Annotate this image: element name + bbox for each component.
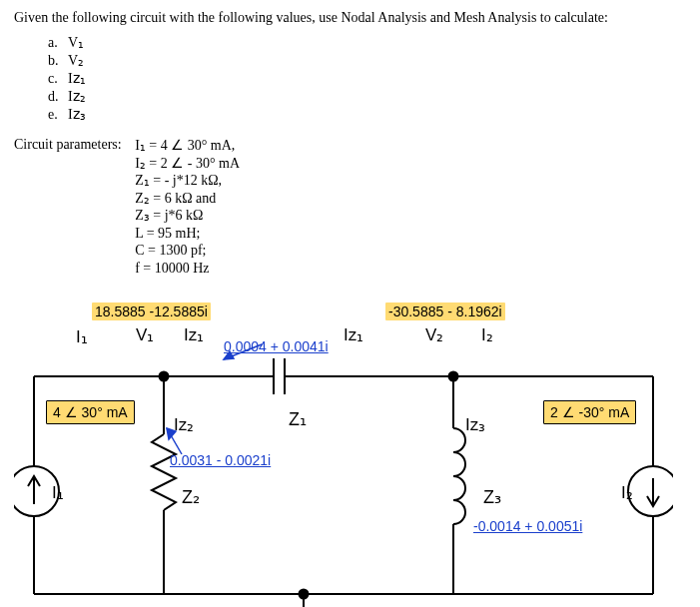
param-l3: Z₁ = - j*12 kΩ,	[135, 172, 240, 190]
v1-label: V₁	[136, 324, 154, 345]
params-block: Circuit parameters: I₁ = 4 ∠ 30° mA, I₂ …	[14, 137, 686, 277]
param-l1: I₁ = 4 ∠ 30° mA,	[135, 137, 240, 155]
item-a: a.V₁	[48, 34, 686, 51]
iz1-right-label: Iz₁	[344, 324, 363, 345]
i2-side-label: I₂	[621, 482, 633, 503]
param-l4: Z₂ = 6 kΩ and	[135, 190, 240, 208]
marker-c: c.	[48, 71, 68, 87]
source2-value: 2 ∠ -30° mA	[543, 400, 636, 424]
node-v2-value: -30.5885 - 8.1962i	[385, 303, 505, 320]
item-b: b.V₂	[48, 52, 686, 69]
param-l8: f = 10000 Hz	[135, 260, 240, 278]
params-label: Circuit parameters:	[14, 137, 122, 153]
val-d: Iᴢ₂	[68, 89, 86, 104]
source1-value: 4 ∠ 30° mA	[46, 400, 135, 424]
z2-value: 0.0031 - 0.0021i	[170, 452, 271, 468]
z3-label: Z₃	[483, 486, 501, 508]
z2-label: Z₂	[182, 486, 200, 508]
val-e: Iᴢ₃	[68, 107, 86, 122]
param-l5: Z₃ = j*6 kΩ	[135, 207, 240, 225]
z3-value: -0.0014 + 0.0051i	[473, 518, 582, 534]
param-l2: I₂ = 2 ∠ - 30° mA	[135, 155, 240, 173]
v2-label: V₂	[425, 324, 443, 345]
i1-side-label: I₁	[52, 482, 64, 503]
iz1-label: Iz₁	[184, 324, 204, 345]
val-b: V₂	[68, 53, 84, 68]
val-c: Iᴢ₁	[68, 71, 86, 86]
question-list: a.V₁ b.V₂ c.Iᴢ₁ d.Iᴢ₂ e.Iᴢ₃	[48, 34, 686, 123]
svg-point-19	[449, 372, 458, 381]
iz3-label: Iz₃	[465, 414, 485, 435]
iz2-label: Iz₂	[174, 414, 194, 435]
i2-top-label: I₂	[481, 324, 493, 345]
circuit-diagram: 18.5885 -12.5885i I₁ V₁ Iz₁ 0.0004 + 0.0…	[14, 297, 673, 607]
marker-b: b.	[48, 53, 68, 69]
val-a: V₁	[68, 35, 84, 50]
marker-d: d.	[48, 89, 68, 105]
marker-e: e.	[48, 107, 68, 123]
item-e: e.Iᴢ₃	[48, 106, 686, 123]
param-l7: C = 1300 pf;	[135, 242, 240, 260]
node-v1-value: 18.5885 -12.5885i	[92, 303, 211, 320]
params-lines: I₁ = 4 ∠ 30° mA, I₂ = 2 ∠ - 30° mA Z₁ = …	[135, 137, 240, 277]
z1-label: Z₁	[289, 408, 307, 430]
svg-point-18	[160, 372, 169, 381]
param-l6: L = 95 mH;	[135, 225, 240, 243]
marker-a: a.	[48, 35, 68, 51]
item-c: c.Iᴢ₁	[48, 70, 686, 87]
intro-text: Given the following circuit with the fol…	[14, 10, 686, 26]
z1-value: 0.0004 + 0.0041i	[224, 338, 329, 354]
svg-point-10	[628, 466, 673, 516]
item-d: d.Iᴢ₂	[48, 88, 686, 105]
i1-top-label: I₁	[76, 326, 88, 347]
